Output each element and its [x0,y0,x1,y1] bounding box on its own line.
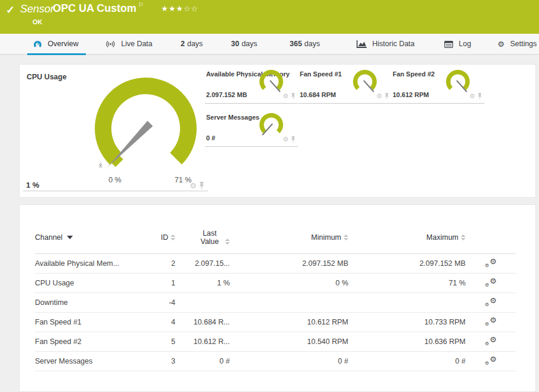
channel-row[interactable]: CPU Usage 1 1 % 0 % 71 % ⚙⚙ [35,273,516,293]
channel-min: 0 % [230,273,348,293]
mini-gauge [444,70,472,97]
channel-name: Fan Speed #2 [35,332,139,351]
channel-id: -4 [139,293,175,312]
tab-2-days[interactable]: 2days [181,34,203,54]
pin-icon[interactable] [384,93,389,99]
channel-max: 10.636 RPM [348,332,466,351]
mini-gauge-panel-fan-speed-1: Fan Speed #1 10.684 RPM ⚙ [299,68,392,104]
pin-icon[interactable] [291,136,296,143]
gauges-card: CPU Usage x̄ 0 % 71 % 1 % ⚙ Available Ph… [19,64,536,198]
column-label: Maximum [426,233,458,242]
tab-settings[interactable]: ⚙ Settings [498,34,537,54]
priority-stars[interactable]: ★★★☆☆ [161,4,198,13]
tab-bar: Overview Live Data 2days 30days 365days … [0,34,539,55]
channel-min [230,293,348,312]
pin-icon[interactable] [477,93,482,99]
sort-caret-icon [67,236,73,239]
channel-row[interactable]: Server Messages 3 0 # 0 # 0 # ⚙⚙ [35,351,516,371]
channel-name: CPU Usage [35,273,139,293]
channel-settings-icon[interactable]: ⚙⚙ [485,277,497,287]
gauge-settings-gear-icon[interactable]: ⚙ [376,93,382,99]
gauge-title: CPU Usage [27,73,66,81]
channel-table: Channel ID Last Value Minimum Maximum [35,221,516,371]
channel-last: 1 % [175,273,230,293]
cpu-gauge [92,76,199,183]
channel-max: 0 # [348,351,466,371]
channel-max: 2.097.152 MB [348,253,466,273]
tab-number: 365 [290,40,302,48]
channel-row[interactable]: Fan Speed #1 4 10.684 R... 10.612 RPM 10… [35,312,516,332]
average-marker: x̄ [99,162,102,169]
channel-id: 3 [139,351,175,371]
channel-name: Server Messages [35,351,139,371]
tab-365-days[interactable]: 365days [290,34,320,54]
sort-icon [171,234,175,240]
mini-gauge-panel-fan-speed-2: Fan Speed #2 10.612 RPM ⚙ [392,68,485,104]
channel-row[interactable]: Available Physical Mem... 2 2.097.15... … [35,253,516,273]
column-header-maximum[interactable]: Maximum [348,221,466,253]
channel-settings-icon[interactable]: ⚙⚙ [485,296,497,307]
tab-live-data[interactable]: Live Data [105,34,152,54]
live-signal-icon [105,40,116,48]
column-label: Minimum [311,233,341,242]
historic-chart-icon [357,40,367,48]
channel-last [175,293,230,312]
channel-table-header-row: Channel ID Last Value Minimum Maximum [35,221,516,253]
pin-icon[interactable] [291,93,296,99]
channel-last: 10.684 R... [175,312,230,332]
channel-last: 10.612 R... [175,332,230,351]
tab-number: 2 [181,40,185,48]
channel-settings-icon[interactable]: ⚙⚙ [485,316,497,326]
channel-row[interactable]: Fan Speed #2 5 10.612 R... 10.540 RPM 10… [35,332,516,351]
priority-flag-icon: ⚐ [138,1,144,9]
gauge-title: Fan Speed #2 [393,70,435,78]
column-header-channel[interactable]: Channel [35,221,139,253]
sensor-status-badge: OK [33,18,43,25]
pin-icon[interactable] [199,182,204,189]
gauge-min-label: 0 % [103,176,127,184]
tab-label: Live Data [121,40,152,48]
channel-name: Downtime [35,293,139,312]
channel-row[interactable]: Downtime -4 ⚙⚙ [35,293,516,312]
channel-settings-icon[interactable]: ⚙⚙ [485,355,497,365]
channel-settings-icon[interactable]: ⚙⚙ [485,335,497,346]
tab-number: 30 [231,40,239,48]
tab-30-days[interactable]: 30days [231,34,257,54]
gauge-title: Fan Speed #1 [300,70,342,78]
column-header-last-value[interactable]: Last Value [175,221,230,253]
channel-id: 5 [139,332,175,351]
column-label: Channel [35,233,63,242]
tab-overview[interactable]: Overview [33,34,79,54]
sort-icon [225,239,230,245]
gauge-value: 1 % [26,181,39,189]
column-header-id[interactable]: ID [139,221,175,253]
channel-min: 10.540 RPM [230,332,348,351]
mini-gauge [351,70,379,97]
sort-icon [344,234,348,240]
gauge-settings-gear-icon[interactable]: ⚙ [283,136,288,143]
tab-historic-data[interactable]: Historic Data [357,34,415,54]
gauge-value: 10.684 RPM [300,91,336,98]
column-header-minimum[interactable]: Minimum [230,221,348,253]
gauge-settings-gear-icon[interactable]: ⚙ [469,93,475,99]
gauge-settings-gear-icon[interactable]: ⚙ [190,182,197,189]
mini-gauge-panel-available-physical-memory: Available Physical Memory 2.097.152 MB ⚙ [205,68,298,104]
tab-log[interactable]: Log [444,34,471,54]
channel-id: 1 [139,273,175,293]
channel-min: 10.612 RPM [230,312,348,332]
channel-max: 71 % [348,273,466,293]
sort-icon [461,234,466,240]
channel-min: 2.097.152 MB [230,253,348,273]
channel-name: Fan Speed #1 [35,312,139,332]
gauge-settings-gear-icon[interactable]: ⚙ [283,93,288,99]
sensor-title: OPC UA Custom [53,2,136,15]
gauge-value: 0 # [206,134,215,142]
channel-settings-icon[interactable]: ⚙⚙ [485,257,497,268]
column-label: Last Value [197,229,223,246]
mini-gauge-panel-server-messages: Server Messages 0 # ⚙ [205,111,298,147]
gauge-value: 2.097.152 MB [206,91,247,98]
mini-gauge [257,113,285,140]
gauge-icon [33,40,42,49]
channel-id: 2 [139,253,175,273]
channel-name: Available Physical Mem... [35,253,139,273]
